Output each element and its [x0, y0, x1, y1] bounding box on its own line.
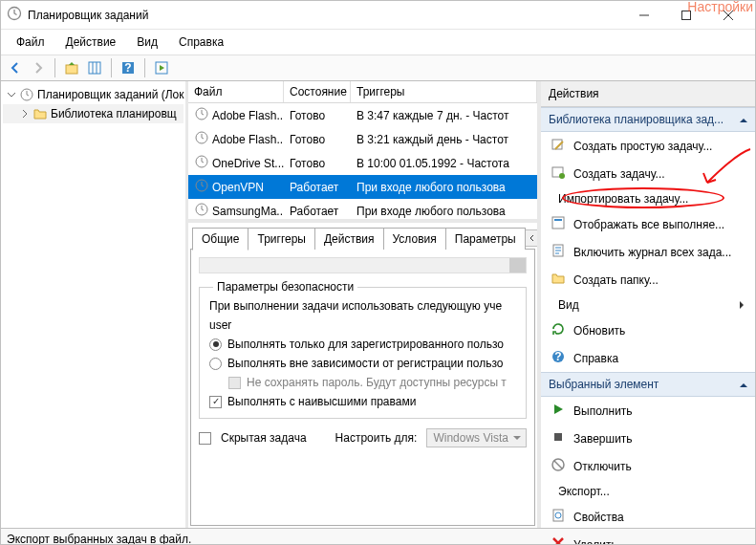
- tab-actions[interactable]: Действия: [314, 228, 384, 250]
- configure-for-combo[interactable]: Windows Vista: [426, 428, 526, 447]
- check-highest-privileges[interactable]: [209, 396, 222, 408]
- action--[interactable]: Создать задачу...: [541, 160, 755, 187]
- tab-parameters[interactable]: Параметры: [445, 228, 526, 250]
- tab-strip: Общие Триггеры Действия Условия Параметр…: [190, 227, 535, 250]
- action-label: Экспорт...: [558, 485, 610, 498]
- radio-logged-on[interactable]: [209, 338, 222, 351]
- security-user: user: [209, 318, 516, 332]
- tab-general[interactable]: Общие: [192, 228, 248, 251]
- tree-library-label: Библиотека планировщ: [51, 107, 177, 120]
- folder-icon: [32, 106, 48, 121]
- tab-conditions[interactable]: Условия: [383, 228, 446, 250]
- action--[interactable]: Включить журнал всех зада...: [541, 238, 755, 266]
- task-trigger: При входе любого пользова: [351, 203, 537, 220]
- task-row[interactable]: SamsungMa...РаботаетПри входе любого пол…: [188, 199, 537, 219]
- log-icon: [551, 243, 566, 261]
- tree-library[interactable]: Библиотека планировщ: [3, 104, 184, 123]
- check-highest-privileges-label: Выполнять с наивысшими правами: [227, 395, 416, 408]
- actions-section-selected[interactable]: Выбранный элемент: [541, 372, 755, 397]
- wand-icon: [551, 137, 566, 155]
- action-label: Создать простую задачу...: [573, 140, 712, 153]
- tree-root-label: Планировщик заданий (Лок: [37, 88, 184, 101]
- clock-icon: [194, 202, 209, 219]
- action-label: Импортировать задачу...: [558, 192, 688, 206]
- check-hidden-task-label: Скрытая задача: [221, 431, 307, 445]
- tree-collapse-icon[interactable]: [7, 90, 16, 99]
- clock-icon: [194, 154, 209, 172]
- app-clock-icon: [7, 6, 28, 24]
- toolbar: ?: [1, 54, 755, 81]
- svg-rect-18: [554, 219, 562, 221]
- menu-help[interactable]: Справка: [169, 32, 233, 53]
- task-name: OneDrive St...: [212, 157, 284, 170]
- action--[interactable]: Отключить: [541, 452, 755, 480]
- action-label: Вид: [558, 298, 579, 312]
- task-list: Файл Состояние Триггеры Adobe Flash...Го…: [188, 81, 537, 223]
- tree-expand-icon[interactable]: [20, 109, 30, 119]
- action-label: Справка: [573, 352, 618, 365]
- action-label: Создать папку...: [573, 273, 659, 287]
- action--[interactable]: Выполнить: [541, 397, 755, 425]
- action--[interactable]: Вид: [541, 294, 755, 316]
- action--[interactable]: Удалить: [541, 531, 755, 545]
- help-icon: ?: [551, 349, 566, 367]
- submenu-arrow-icon: [740, 301, 747, 309]
- tab-triggers[interactable]: Триггеры: [248, 228, 315, 250]
- tree-root[interactable]: Планировщик заданий (Лок: [3, 85, 184, 104]
- refresh-icon: [551, 321, 566, 339]
- svg-rect-17: [552, 217, 564, 229]
- menu-action[interactable]: Действие: [56, 32, 126, 53]
- action--[interactable]: ?Справка: [541, 344, 755, 372]
- forward-button[interactable]: [28, 57, 49, 78]
- svg-rect-3: [89, 62, 100, 74]
- action--[interactable]: Завершить: [541, 425, 755, 452]
- action-label: Удалить: [573, 538, 617, 546]
- disable-icon: [551, 457, 566, 475]
- action-label: Завершить: [573, 432, 633, 446]
- column-file[interactable]: Файл: [188, 81, 284, 102]
- task-row[interactable]: OneDrive St...ГотовоВ 10:00 01.05.1992 -…: [188, 151, 537, 175]
- action--[interactable]: Создать простую задачу...: [541, 132, 755, 160]
- up-button[interactable]: [61, 57, 82, 78]
- clock-icon: [19, 87, 34, 102]
- action--[interactable]: Создать папку...: [541, 266, 755, 294]
- run-button[interactable]: [151, 57, 172, 78]
- menu-file[interactable]: Файл: [7, 32, 54, 53]
- task-trigger: В 10:00 01.05.1992 - Частота: [351, 155, 537, 172]
- horizontal-scrollbar[interactable]: [199, 257, 527, 273]
- radio-any-user-label: Выполнять вне зависимости от регистрации…: [227, 357, 504, 370]
- task-row[interactable]: Adobe Flash...ГотовоВ 3:21 каждый день -…: [188, 127, 537, 151]
- column-state[interactable]: Состояние: [284, 81, 351, 102]
- task-row[interactable]: OpenVPNРаботаетПри входе любого пользова: [188, 175, 537, 199]
- end-icon: [551, 429, 566, 447]
- minimize-button[interactable]: [623, 2, 665, 29]
- delete-icon: [551, 535, 566, 545]
- security-groupbox: Параметры безопасности При выполнении за…: [199, 287, 527, 419]
- action--[interactable]: Отображать все выполняе...: [541, 210, 755, 238]
- radio-any-user[interactable]: [209, 358, 222, 370]
- maximize-button[interactable]: [665, 2, 707, 29]
- configure-for-label: Настроить для:: [335, 431, 418, 445]
- close-button[interactable]: [707, 2, 749, 29]
- actions-section-library[interactable]: Библиотека планировщика зад...: [541, 107, 755, 132]
- status-text: Экспорт выбранных задач в файл.: [7, 533, 191, 546]
- new-task-icon: [551, 164, 566, 183]
- help-button[interactable]: ?: [118, 57, 139, 78]
- columns-button[interactable]: [84, 57, 105, 78]
- column-triggers[interactable]: Триггеры: [351, 81, 537, 102]
- action--[interactable]: Импортировать задачу...: [541, 187, 755, 210]
- collapse-icon: [740, 380, 747, 387]
- task-row[interactable]: Adobe Flash...ГотовоВ 3:47 каждые 7 дн. …: [188, 103, 537, 127]
- menu-view[interactable]: Вид: [127, 32, 167, 53]
- task-name: OpenVPN: [212, 181, 264, 194]
- svg-point-16: [559, 173, 565, 179]
- back-button[interactable]: [5, 57, 26, 78]
- action--[interactable]: Экспорт...: [541, 480, 755, 503]
- action--[interactable]: Свойства: [541, 503, 755, 531]
- check-hidden-task[interactable]: [199, 432, 211, 445]
- run-icon: [551, 402, 566, 420]
- tab-scroll-left[interactable]: [525, 229, 537, 247]
- action-label: Включить журнал всех зада...: [573, 246, 731, 259]
- action--[interactable]: Обновить: [541, 316, 755, 344]
- actions-pane: Действия Библиотека планировщика зад... …: [541, 81, 755, 528]
